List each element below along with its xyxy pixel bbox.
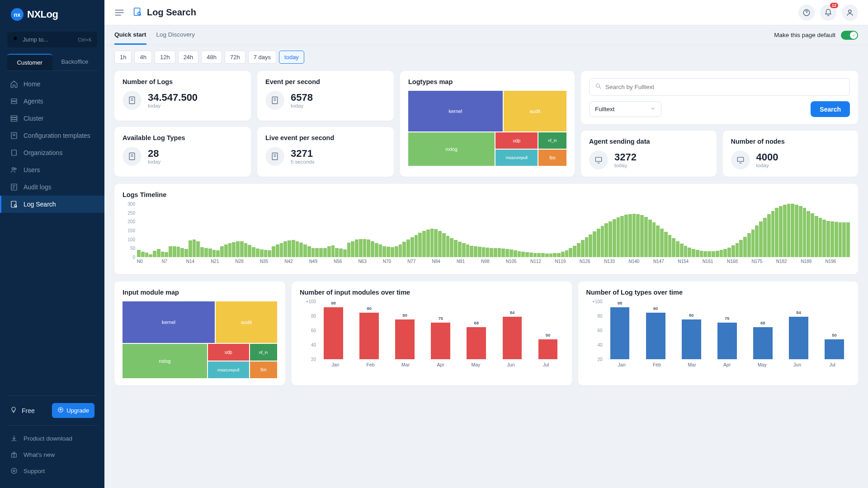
timeline-bar[interactable] xyxy=(173,246,176,257)
timeline-bar[interactable] xyxy=(248,245,251,257)
tab-backoffice[interactable]: Backoffice xyxy=(52,54,98,70)
timeline-bar[interactable] xyxy=(640,215,644,257)
help-button[interactable] xyxy=(798,5,815,21)
timeline-bar[interactable] xyxy=(613,219,616,257)
timeline-bar[interactable] xyxy=(581,240,585,257)
treemap-cell-udp[interactable]: udp xyxy=(495,132,538,149)
timeline-bar[interactable] xyxy=(145,253,149,257)
timeline-bar[interactable] xyxy=(395,246,398,257)
timeline-bar[interactable] xyxy=(716,251,719,257)
timeline-bar[interactable] xyxy=(668,235,672,257)
timeline-bar[interactable] xyxy=(458,242,462,257)
timeline-bar[interactable] xyxy=(545,253,549,257)
timeline-bar[interactable] xyxy=(565,250,569,257)
timeline-bar[interactable] xyxy=(204,248,208,257)
bar[interactable] xyxy=(431,323,450,359)
timeline-bar[interactable] xyxy=(196,241,200,257)
timeline-bar[interactable] xyxy=(351,241,354,257)
timeline-bar[interactable] xyxy=(609,221,612,257)
timeline-bar[interactable] xyxy=(482,247,486,257)
timeline-bar[interactable] xyxy=(589,235,592,257)
treemap-cell-udp[interactable]: udp xyxy=(208,344,249,361)
timeline-bar[interactable] xyxy=(636,214,640,257)
timeline-bar[interactable] xyxy=(307,246,311,257)
timeline-bar[interactable] xyxy=(779,206,783,257)
timeline-bar[interactable] xyxy=(149,254,152,257)
timeline-bar[interactable] xyxy=(736,243,739,257)
timeline-bar[interactable] xyxy=(490,248,493,257)
bar[interactable] xyxy=(503,317,522,359)
timeline-bar[interactable] xyxy=(363,239,367,257)
timeline-bar[interactable] xyxy=(767,214,771,257)
timeline-bar[interactable] xyxy=(569,248,572,257)
time-pill-48h[interactable]: 48h xyxy=(201,51,222,64)
time-pill-12h[interactable]: 12h xyxy=(155,51,175,64)
time-pill-7days[interactable]: 7 days xyxy=(248,51,276,64)
timeline-bar[interactable] xyxy=(684,246,688,257)
timeline-bar[interactable] xyxy=(486,248,489,257)
timeline-bar[interactable] xyxy=(807,211,810,257)
timeline-bar[interactable] xyxy=(422,231,426,257)
timeline-bar[interactable] xyxy=(720,250,723,257)
timeline-bar[interactable] xyxy=(628,214,632,257)
timeline-bar[interactable] xyxy=(236,241,240,257)
timeline-bar[interactable] xyxy=(561,252,565,257)
timeline-bar[interactable] xyxy=(276,244,279,257)
timeline-bar[interactable] xyxy=(283,241,287,257)
timeline-bar[interactable] xyxy=(739,240,743,257)
treemap-cell-nfin[interactable]: nf_in xyxy=(250,344,277,361)
timeline-bar[interactable] xyxy=(319,248,323,257)
timeline-bar[interactable] xyxy=(299,243,303,257)
upgrade-button[interactable]: Upgrade xyxy=(52,403,94,418)
timeline-bar[interactable] xyxy=(224,244,228,257)
timeline-bar[interactable] xyxy=(244,243,248,257)
timeline-bar[interactable] xyxy=(466,244,470,257)
timeline-bar[interactable] xyxy=(315,248,319,257)
tab-quick-start[interactable]: Quick start xyxy=(114,26,146,45)
timeline-bar[interactable] xyxy=(755,225,759,257)
timeline-bar[interactable] xyxy=(700,251,703,257)
timeline-bar[interactable] xyxy=(617,217,620,257)
timeline-bar[interactable] xyxy=(280,243,283,257)
fulltext-search-input[interactable] xyxy=(605,84,844,90)
search-input-wrap[interactable] xyxy=(589,78,850,96)
bar[interactable] xyxy=(324,307,343,359)
jump-to-input[interactable]: Jump to... Ctrl+K xyxy=(7,32,97,47)
tab-customer[interactable]: Customer xyxy=(7,54,52,70)
timeline-bar[interactable] xyxy=(327,246,331,257)
timeline-bar[interactable] xyxy=(529,253,533,257)
timeline-bar[interactable] xyxy=(220,246,224,257)
timeline-bar[interactable] xyxy=(177,247,180,257)
sidebar-item-support[interactable]: Support xyxy=(7,463,97,479)
timeline-bar[interactable] xyxy=(208,249,212,257)
timeline-bar[interactable] xyxy=(601,226,604,257)
timeline-bar[interactable] xyxy=(367,239,370,257)
timeline-bar[interactable] xyxy=(256,249,259,257)
timeline-bar[interactable] xyxy=(787,204,791,257)
sidebar-item-organizations[interactable]: Organizations xyxy=(0,144,104,161)
timeline-bar[interactable] xyxy=(557,253,561,257)
timeline-bar[interactable] xyxy=(656,225,660,257)
bar[interactable] xyxy=(646,313,665,359)
timeline-bar[interactable] xyxy=(692,249,695,257)
timeline-bar[interactable] xyxy=(775,208,778,257)
timeline-bar[interactable] xyxy=(537,253,541,257)
timeline-bar[interactable] xyxy=(688,248,691,257)
timeline-bar[interactable] xyxy=(303,244,307,257)
timeline-bar[interactable] xyxy=(347,243,351,257)
bar[interactable] xyxy=(359,313,379,359)
timeline-bar[interactable] xyxy=(141,252,145,257)
timeline-bar[interactable] xyxy=(272,246,275,257)
timeline-bar[interactable] xyxy=(743,237,747,257)
sidebar-item-agents[interactable]: Agents xyxy=(0,93,104,110)
treemap-cell-kernel[interactable]: kernel xyxy=(123,301,215,343)
sidebar-item-users[interactable]: Users xyxy=(0,161,104,178)
bar[interactable] xyxy=(538,339,558,359)
timeline-bar[interactable] xyxy=(747,233,751,257)
timeline-bar[interactable] xyxy=(391,247,394,257)
timeline-bar[interactable] xyxy=(494,248,497,257)
timeline-bar[interactable] xyxy=(288,240,291,257)
timeline-bar[interactable] xyxy=(478,247,481,257)
profile-button[interactable] xyxy=(842,5,858,21)
timeline-bar[interactable] xyxy=(771,211,775,257)
